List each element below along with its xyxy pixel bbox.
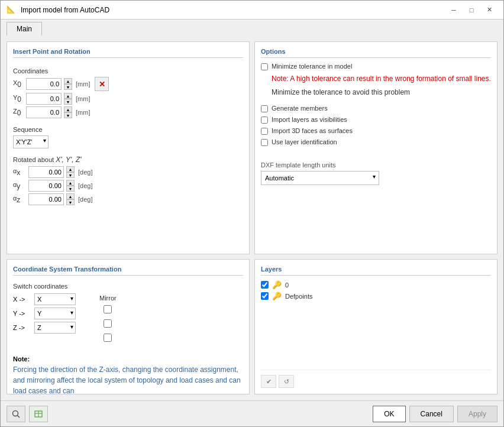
tabs-bar: Main [1,20,503,35]
switch-label: Switch coordinates [13,283,76,290]
z0-unit: [mm] [76,109,90,116]
use-layer-row: Use layer identification [261,138,491,146]
z0-up-button[interactable]: ▲ [64,106,72,112]
x0-down-button[interactable]: ▼ [64,84,72,90]
table-button[interactable] [29,406,48,422]
x0-label: X0 [13,79,24,89]
main-window: 📐 Import model from AutoCAD ─ □ ✕ Main I… [0,0,504,427]
footer-left [7,406,48,422]
import-layers-row: Import layers as visibilities [261,116,491,124]
sequence-row: Sequence [13,126,243,133]
ay-up-button[interactable]: ▲ [66,180,75,186]
note-red-1: Note: A high tolerance can result in the… [272,74,491,84]
ax-unit: [deg] [78,169,92,176]
x0-input[interactable] [26,78,62,90]
layer-0-checkbox[interactable] [261,281,269,289]
ax-row: αx ▲ ▼ [deg] [13,166,243,178]
layer-defpoints-name: Defpoints [285,293,312,300]
az-up-button[interactable]: ▲ [66,193,75,199]
sequence-select[interactable]: X'Y'Z' X'Z'Y' Y'X'Z' Y'Z'X' Z'X'Y' Z'Y'X… [13,135,49,148]
layer-0-icon: 🔑 [272,280,282,289]
x0-spinners: ▲ ▼ [64,78,72,90]
y0-up-button[interactable]: ▲ [64,93,72,99]
import-3d-label: Import 3D faces as surfaces [272,127,353,134]
import-3d-row: Import 3D faces as surfaces [261,127,491,135]
z-from-label: Z -> [13,324,31,331]
layers-uncheck-all-button[interactable]: ↺ [279,375,294,388]
layers-check-all-button[interactable]: ✔ [261,375,276,388]
x-mirror-checkbox[interactable] [104,305,112,313]
layer-defpoints-checkbox[interactable] [261,292,269,300]
y0-row: Y0 ▲ ▼ [mm] [13,93,243,105]
z-mirror-checkbox[interactable] [104,334,112,342]
use-layer-checkbox[interactable] [261,139,268,146]
minimize-tolerance-checkbox[interactable] [261,63,268,70]
layers-bottom-buttons: ✔ ↺ [261,370,491,388]
layers-panel: Layers 🔑 0 🔑 Defpoints [254,259,497,394]
note-section: Note: Forcing the direction of the Z-axi… [13,355,243,394]
search-button[interactable] [7,406,25,422]
layers-inner: Layers 🔑 0 🔑 Defpoints [261,266,491,388]
z0-input[interactable] [26,106,62,118]
minimize-button[interactable]: ─ [445,4,462,16]
y0-spinners: ▲ ▼ [64,93,72,105]
ay-down-button[interactable]: ▼ [66,186,75,192]
layer-item-defpoints: 🔑 Defpoints [261,292,491,300]
note-normal-1: Minimize the tolerance to avoid this pro… [272,88,491,98]
ax-input[interactable] [28,166,64,178]
dxf-label: DXF template length units [261,161,491,169]
dxf-section: DXF template length units Automatic mm c… [261,156,491,185]
coordinates-label: Coordinates [13,67,243,75]
layers-title: Layers [261,266,491,276]
az-label: αz [13,195,26,204]
ok-button[interactable]: OK [373,406,405,422]
y-switch-row: Y -> XYZ [13,308,76,319]
apply-button[interactable]: Apply [457,406,497,422]
z0-down-button[interactable]: ▼ [64,112,72,118]
options-panel: Options Minimize tolerance in model Note… [254,41,497,254]
note-content: Forcing the direction of the Z-axis, cha… [13,364,243,394]
y-mirror-checkbox[interactable] [104,319,112,328]
z0-row: Z0 ▲ ▼ [mm] [13,106,243,118]
content-area: Insert Point and Rotation Coordinates X0… [1,35,503,400]
ay-label: αy [13,181,26,190]
insert-point-panel: Insert Point and Rotation Coordinates X0… [7,41,250,254]
az-row: αz ▲ ▼ [deg] [13,193,243,205]
insert-point-title: Insert Point and Rotation [13,48,243,58]
ay-unit: [deg] [78,182,92,189]
ax-up-button[interactable]: ▲ [66,166,75,172]
rotated-about-label: Rotated about X', Y', Z' [13,156,243,164]
y0-label: Y0 [13,94,24,103]
dxf-select[interactable]: Automatic mm cm m inch foot [261,171,379,185]
ay-input[interactable] [28,180,64,192]
az-input[interactable] [28,193,64,205]
import-layers-checkbox[interactable] [261,117,268,124]
ay-row: αy ▲ ▼ [deg] [13,180,243,192]
z-switch-select[interactable]: XYZ [34,322,76,334]
reset-button[interactable]: ✕ [95,77,109,91]
mirror-section: Mirror [99,295,117,348]
layer-defpoints-icon: 🔑 [272,292,282,300]
title-bar: 📐 Import model from AutoCAD ─ □ ✕ [1,1,503,20]
y-switch-select[interactable]: XYZ [34,308,76,319]
import-3d-checkbox[interactable] [261,128,268,135]
z-switch-select-wrapper: XYZ [34,322,76,334]
close-button[interactable]: ✕ [481,4,497,16]
mirror-label: Mirror [99,295,117,302]
maximize-button[interactable]: □ [463,4,480,16]
y0-down-button[interactable]: ▼ [64,99,72,105]
cancel-button[interactable]: Cancel [409,406,454,422]
bottom-panels-row: Coordinate System Transformation Switch … [7,259,497,394]
tab-main[interactable]: Main [7,22,42,36]
x-switch-select[interactable]: XYZ [34,293,76,305]
top-panels-row: Insert Point and Rotation Coordinates X0… [7,41,497,254]
az-down-button[interactable]: ▼ [66,199,75,205]
ax-label: αx [13,167,26,177]
x-switch-select-wrapper: XYZ [34,293,76,305]
layer-0-name: 0 [285,282,289,289]
generate-members-checkbox[interactable] [261,105,268,112]
y0-unit: [mm] [76,95,90,102]
y0-input[interactable] [26,93,62,105]
ax-down-button[interactable]: ▼ [66,172,75,178]
x0-up-button[interactable]: ▲ [64,78,72,84]
